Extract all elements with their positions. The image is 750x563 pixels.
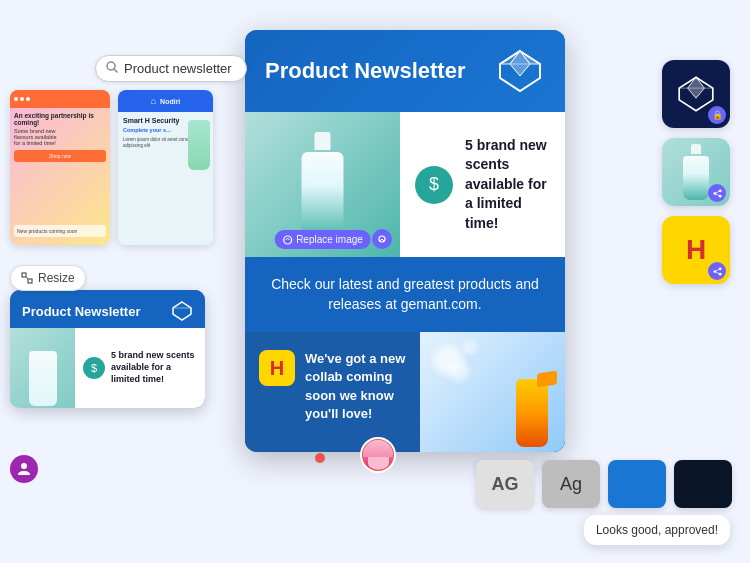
newsletter-section1: Replace image $ 5 brand new scents avail… bbox=[245, 112, 565, 257]
avatar-face bbox=[363, 440, 393, 470]
left-template-cards: An exciting partnership is coming! Some … bbox=[10, 90, 213, 245]
card-bottom: New products coming soon bbox=[14, 225, 106, 237]
scent-icon: $ bbox=[415, 166, 453, 204]
red-dot-indicator bbox=[315, 453, 325, 463]
mini-bottle-area bbox=[10, 328, 75, 408]
bubble2 bbox=[445, 357, 473, 385]
svg-point-10 bbox=[283, 236, 291, 244]
replace-label: Replace image bbox=[296, 234, 363, 245]
svg-line-4 bbox=[26, 277, 28, 279]
left-bottom-newsletter-card[interactable]: Product Newsletter $ 5 brand new scents … bbox=[10, 290, 205, 408]
newsletter-header: Product Newsletter bbox=[245, 30, 565, 112]
home-icon: ⌂ bbox=[151, 96, 156, 106]
profile-avatar bbox=[360, 437, 396, 473]
brand-name: Nodiri bbox=[160, 98, 180, 105]
share-icon bbox=[713, 189, 722, 198]
bottle-share-card[interactable] bbox=[662, 138, 730, 206]
main-newsletter-card: Product Newsletter Replace image bbox=[245, 30, 565, 452]
ag-light-label: Ag bbox=[560, 474, 582, 495]
h-brand-icon: H bbox=[259, 350, 295, 386]
collab-area: H We've got a new collab coming soon we … bbox=[245, 332, 420, 452]
collab-image bbox=[420, 332, 565, 452]
ag-gray-label: AG bbox=[492, 474, 519, 495]
left-card-title: Product Newsletter bbox=[22, 304, 140, 319]
lock-badge: 🔒 bbox=[708, 106, 726, 124]
h-share-badge bbox=[708, 262, 726, 280]
edit-corner-button[interactable] bbox=[372, 229, 392, 249]
newsletter-section1-text: $ 5 brand new scents available for a lim… bbox=[400, 112, 565, 257]
svg-line-22 bbox=[714, 193, 719, 196]
comment-bubble: Looks good, approved! bbox=[584, 515, 730, 545]
card-content: An exciting partnership is coming! Some … bbox=[10, 108, 110, 166]
collab-text: We've got a new collab coming soon we kn… bbox=[305, 350, 406, 423]
svg-point-14 bbox=[21, 463, 27, 469]
template-card-white[interactable]: ⌂ Nodiri Smart H Security Complete your … bbox=[118, 90, 213, 245]
left-card-body: $ 5 brand new scents available for a lim… bbox=[10, 328, 205, 408]
card-cta: Shop now bbox=[14, 150, 106, 162]
section2-text: Check our latest and greatest products a… bbox=[265, 275, 545, 314]
spray-bottle-visual bbox=[507, 357, 557, 447]
card-text: Some brand newflavours availablefor a li… bbox=[14, 128, 106, 146]
search-value: Product newsletter bbox=[124, 61, 232, 76]
bottle-image bbox=[188, 120, 210, 170]
edit-icon bbox=[377, 234, 387, 244]
bottom-icon-row: AG Ag bbox=[476, 460, 732, 508]
resize-label: Resize bbox=[38, 271, 75, 285]
avatar-icon bbox=[10, 455, 38, 483]
bubble3 bbox=[460, 337, 480, 357]
search-icon bbox=[106, 61, 118, 76]
newsletter-section3: H We've got a new collab coming soon we … bbox=[245, 332, 565, 452]
navy-square-card[interactable] bbox=[674, 460, 732, 508]
svg-line-27 bbox=[714, 271, 719, 274]
svg-rect-2 bbox=[22, 273, 26, 277]
h-share-icon bbox=[713, 267, 722, 276]
person-icon bbox=[16, 461, 32, 477]
bottle-visual bbox=[295, 132, 350, 237]
gem-logo-small bbox=[171, 300, 193, 322]
svg-rect-3 bbox=[28, 279, 32, 283]
right-icon-cards: 🔒 H bbox=[662, 60, 730, 284]
replace-image-button[interactable]: Replace image bbox=[274, 230, 371, 249]
svg-line-21 bbox=[714, 190, 719, 193]
card-header-blue: ⌂ Nodiri bbox=[118, 90, 213, 112]
svg-marker-12 bbox=[173, 302, 191, 320]
ag-gray-card[interactable]: AG bbox=[476, 460, 534, 508]
small-bottle-icon bbox=[681, 144, 711, 200]
gem-lock-card[interactable]: 🔒 bbox=[662, 60, 730, 128]
mini-bottle bbox=[29, 351, 57, 406]
replace-icon bbox=[282, 235, 292, 245]
svg-line-26 bbox=[714, 268, 719, 271]
card-top-bar bbox=[10, 90, 110, 108]
resize-icon bbox=[21, 272, 33, 284]
svg-line-1 bbox=[114, 69, 117, 72]
blue-square-card[interactable] bbox=[608, 460, 666, 508]
mini-card-text: 5 brand new scents available for a limit… bbox=[111, 350, 197, 385]
mini-text-area: $ 5 brand new scents available for a lim… bbox=[75, 328, 205, 408]
product-image-area: Replace image bbox=[245, 112, 400, 257]
card-body: Smart H Security Complete your s... Lore… bbox=[118, 112, 213, 245]
template-card-pink[interactable]: An exciting partnership is coming! Some … bbox=[10, 90, 110, 245]
newsletter-title: Product Newsletter bbox=[265, 58, 466, 84]
card-heading: An exciting partnership is coming! bbox=[14, 112, 106, 126]
newsletter-section2: Check our latest and greatest products a… bbox=[245, 257, 565, 332]
left-card-header: Product Newsletter bbox=[10, 290, 205, 328]
gem-logo-main bbox=[495, 46, 545, 96]
h-letter: H bbox=[686, 234, 706, 266]
share-badge bbox=[708, 184, 726, 202]
section1-text: 5 brand new scents available for a limit… bbox=[465, 136, 550, 234]
h-brand-share-card[interactable]: H bbox=[662, 216, 730, 284]
mini-scent-icon: $ bbox=[83, 357, 105, 379]
ag-light-card[interactable]: Ag bbox=[542, 460, 600, 508]
comment-text: Looks good, approved! bbox=[596, 523, 718, 537]
resize-button[interactable]: Resize bbox=[10, 265, 86, 291]
search-bar[interactable]: Product newsletter bbox=[95, 55, 247, 82]
